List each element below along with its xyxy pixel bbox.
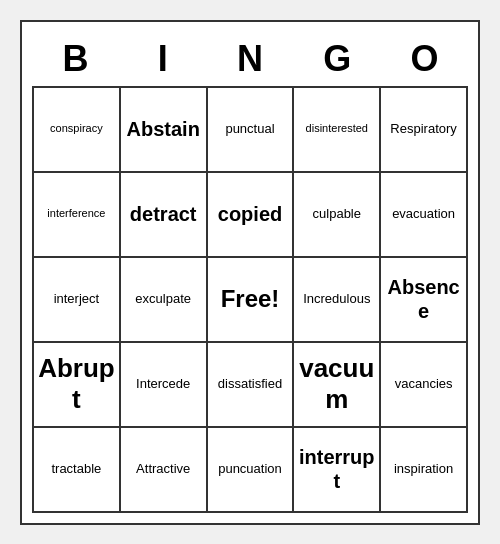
cell-text-r1-c3: culpable [313, 206, 361, 222]
bingo-header: BINGO [32, 32, 468, 86]
cell-text-r3-c3: vacuum [298, 353, 375, 415]
bingo-cell-r3-c1[interactable]: Intercede [121, 343, 208, 428]
cell-text-r4-c1: Attractive [136, 461, 190, 477]
bingo-cell-r4-c3[interactable]: interrupt [294, 428, 381, 513]
bingo-cell-r2-c1[interactable]: exculpate [121, 258, 208, 343]
cell-text-r4-c2: puncuation [218, 461, 282, 477]
bingo-cell-r1-c2[interactable]: copied [208, 173, 295, 258]
cell-text-r1-c1: detract [130, 202, 197, 226]
bingo-grid: conspiracyAbstainpunctualdisinterestedRe… [32, 86, 468, 513]
cell-text-r0-c4: Respiratory [390, 121, 456, 137]
bingo-cell-r2-c0[interactable]: interject [34, 258, 121, 343]
cell-text-r1-c2: copied [218, 202, 282, 226]
bingo-cell-r4-c2[interactable]: puncuation [208, 428, 295, 513]
bingo-cell-r3-c3[interactable]: vacuum [294, 343, 381, 428]
bingo-cell-r0-c1[interactable]: Abstain [121, 88, 208, 173]
bingo-cell-r1-c1[interactable]: detract [121, 173, 208, 258]
bingo-cell-r1-c4[interactable]: evacuation [381, 173, 468, 258]
cell-text-r4-c4: inspiration [394, 461, 453, 477]
header-letter-G: G [294, 32, 381, 86]
cell-text-r3-c2: dissatisfied [218, 376, 282, 392]
cell-text-r0-c1: Abstain [127, 117, 200, 141]
header-letter-N: N [206, 32, 293, 86]
header-letter-I: I [119, 32, 206, 86]
bingo-card: BINGO conspiracyAbstainpunctualdisintere… [20, 20, 480, 525]
bingo-cell-r0-c0[interactable]: conspiracy [34, 88, 121, 173]
cell-text-r0-c3: disinterested [306, 122, 368, 135]
bingo-cell-r2-c4[interactable]: Absence [381, 258, 468, 343]
cell-text-r2-c0: interject [54, 291, 100, 307]
bingo-cell-r1-c3[interactable]: culpable [294, 173, 381, 258]
cell-text-r2-c3: Incredulous [303, 291, 370, 307]
cell-text-r3-c0: Abrupt [38, 353, 115, 415]
bingo-cell-r1-c0[interactable]: interference [34, 173, 121, 258]
header-letter-B: B [32, 32, 119, 86]
bingo-cell-r0-c4[interactable]: Respiratory [381, 88, 468, 173]
bingo-cell-r0-c2[interactable]: punctual [208, 88, 295, 173]
cell-text-r1-c4: evacuation [392, 206, 455, 222]
bingo-cell-r4-c0[interactable]: tractable [34, 428, 121, 513]
cell-text-r2-c2: Free! [221, 285, 280, 314]
bingo-cell-r0-c3[interactable]: disinterested [294, 88, 381, 173]
bingo-cell-r3-c0[interactable]: Abrupt [34, 343, 121, 428]
header-letter-O: O [381, 32, 468, 86]
bingo-cell-r2-c3[interactable]: Incredulous [294, 258, 381, 343]
cell-text-r2-c1: exculpate [135, 291, 191, 307]
cell-text-r4-c0: tractable [51, 461, 101, 477]
cell-text-r3-c4: vacancies [395, 376, 453, 392]
cell-text-r0-c2: punctual [225, 121, 274, 137]
cell-text-r3-c1: Intercede [136, 376, 190, 392]
bingo-cell-r2-c2[interactable]: Free! [208, 258, 295, 343]
bingo-cell-r4-c4[interactable]: inspiration [381, 428, 468, 513]
bingo-cell-r4-c1[interactable]: Attractive [121, 428, 208, 513]
cell-text-r4-c3: interrupt [298, 445, 375, 493]
bingo-cell-r3-c2[interactable]: dissatisfied [208, 343, 295, 428]
cell-text-r2-c4: Absence [385, 275, 462, 323]
cell-text-r0-c0: conspiracy [50, 122, 103, 135]
cell-text-r1-c0: interference [47, 207, 105, 220]
bingo-cell-r3-c4[interactable]: vacancies [381, 343, 468, 428]
